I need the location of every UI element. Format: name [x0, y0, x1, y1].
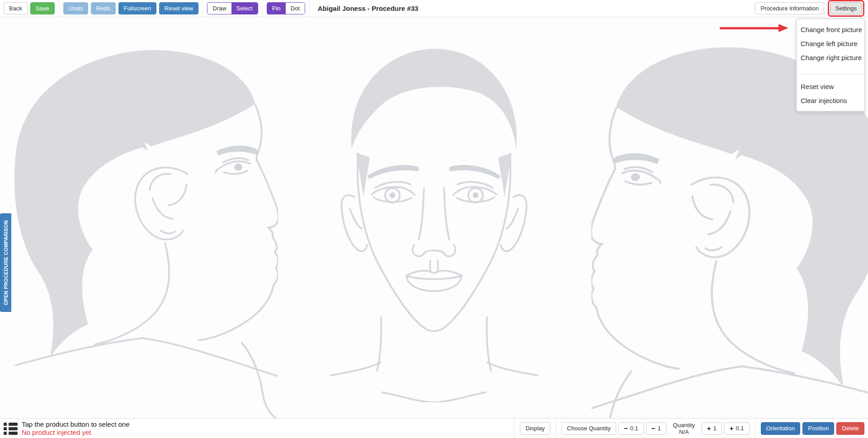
- menu-item-change-front-picture[interactable]: Change front picture: [797, 23, 864, 37]
- philtrum-left: [430, 260, 430, 271]
- chin-jaw-line: [199, 286, 274, 340]
- increase-1-button[interactable]: + 1: [702, 422, 722, 435]
- nose-bridge-left: [419, 188, 424, 240]
- nostril-left: [413, 245, 424, 256]
- menu-item-reset-view[interactable]: Reset view: [797, 80, 864, 94]
- minus-icon: −: [651, 424, 656, 432]
- footer-separator: [556, 419, 556, 438]
- undo-button[interactable]: Undo: [63, 2, 88, 14]
- fullscreen-button[interactable]: Fullscreen: [118, 2, 156, 14]
- menu-item-change-right-picture[interactable]: Change right picture: [797, 51, 864, 65]
- toolbar-separator: [262, 0, 263, 17]
- reset-view-button[interactable]: Reset view: [159, 2, 199, 14]
- front-neck-line: [242, 343, 278, 418]
- pupil-right: [473, 193, 479, 198]
- ear-outline: [135, 168, 188, 240]
- nose-base: [424, 250, 444, 253]
- toolbar-separator: [59, 0, 59, 17]
- face-profile-outline: [255, 105, 278, 227]
- choose-quantity-button[interactable]: Choose Quantity: [561, 422, 616, 435]
- increase-1-label: 1: [713, 425, 717, 432]
- nostril-right: [444, 245, 455, 256]
- ear-right-inner: [506, 209, 518, 229]
- ear-inner-3: [152, 198, 172, 219]
- ear-left-inner: [350, 209, 362, 229]
- product-status: No product injected yet: [22, 429, 130, 437]
- delete-button[interactable]: Delete: [836, 422, 864, 435]
- toolbar-separator: [309, 0, 310, 17]
- collar-line: [382, 392, 486, 402]
- settings-highlight-ring: Settings: [828, 0, 864, 17]
- lip-seam: [406, 276, 462, 279]
- increase-0-1-button[interactable]: + 0.1: [724, 422, 750, 435]
- display-button[interactable]: Display: [520, 422, 550, 435]
- bottom-toolbar: Tap the product button to select one No …: [0, 418, 868, 438]
- orientation-button[interactable]: Orientation: [761, 422, 801, 435]
- plus-icon: +: [730, 424, 734, 432]
- dot-mode-button[interactable]: Dot: [286, 3, 305, 14]
- minus-icon: −: [624, 424, 628, 432]
- draw-mode-button[interactable]: Draw: [208, 3, 231, 14]
- ear-inner-2: [169, 184, 187, 205]
- left-profile-face-art: [7, 41, 278, 418]
- hair-silhouette: [351, 49, 517, 149]
- select-mode-button[interactable]: Select: [231, 3, 258, 14]
- back-neck-line: [95, 243, 169, 344]
- eye-lower-line: [224, 171, 247, 174]
- product-hint: Tap the product button to select one: [22, 420, 130, 429]
- settings-button[interactable]: Settings: [830, 2, 862, 14]
- toolbar-separator: [203, 0, 203, 17]
- procedure-information-button[interactable]: Procedure Information: [755, 2, 824, 14]
- product-list-icon[interactable]: [4, 422, 18, 435]
- red-arrow-annotation-head: [778, 24, 788, 32]
- left-profile-face-diagram[interactable]: [7, 41, 278, 418]
- save-button[interactable]: Save: [30, 2, 55, 14]
- decrease-1-label: 1: [658, 425, 661, 432]
- open-procedure-comparison-tab[interactable]: OPEN PROCEDURE COMPARISON: [0, 213, 11, 312]
- red-arrow-annotation-shaft: [720, 27, 779, 29]
- upper-lip: [406, 271, 462, 276]
- decrease-0-1-label: 0.1: [630, 425, 638, 432]
- eyebrow-left: [367, 165, 419, 179]
- injection-canvas[interactable]: OPEN PROCEDURE COMPARISON: [0, 17, 868, 418]
- ear-lobe-line: [160, 231, 175, 233]
- nostril-line: [268, 227, 273, 236]
- footer-separator: [755, 419, 755, 438]
- redo-button[interactable]: Redo: [91, 2, 116, 14]
- pupil-left: [390, 193, 396, 198]
- draw-select-toggle: Draw Select: [207, 2, 258, 14]
- shoulder-right-line: [487, 363, 538, 376]
- iris: [234, 164, 242, 171]
- lips-profile: [273, 238, 278, 285]
- pin-dot-toggle: Pin Dot: [267, 2, 305, 14]
- menu-item-clear-injections[interactable]: Clear injections: [797, 94, 864, 108]
- face-outline: [358, 154, 510, 331]
- page-title: Abigail Joness - Procedure #33: [318, 5, 419, 12]
- eyebrow-right: [449, 165, 501, 179]
- settings-dropdown-menu: Change front picture Change left picture…: [796, 19, 865, 112]
- philtrum-right: [438, 260, 438, 271]
- increase-0-1-label: 0.1: [736, 425, 744, 432]
- product-hint-text: Tap the product button to select one No …: [22, 420, 130, 437]
- position-button[interactable]: Position: [802, 422, 834, 435]
- product-info-group: Tap the product button to select one No …: [4, 420, 130, 437]
- quantity-label: Quantity: [672, 422, 696, 429]
- injection-procedure-app: Back Save Undo Redo Fullscreen Reset vie…: [0, 0, 868, 438]
- menu-divider: [797, 74, 864, 74]
- eyebrow: [217, 146, 258, 155]
- menu-item-change-left-picture[interactable]: Change left picture: [797, 37, 864, 51]
- quantity-value: N/A: [672, 429, 696, 435]
- pin-mode-button[interactable]: Pin: [267, 3, 286, 14]
- quantity-readout: Quantity N/A: [672, 422, 696, 435]
- nose-bridge-right: [444, 188, 449, 240]
- back-button[interactable]: Back: [4, 2, 28, 14]
- toolbar-right-group: Procedure Information Settings: [755, 0, 864, 17]
- decrease-1-button[interactable]: − 1: [646, 422, 666, 435]
- decrease-0-1-button[interactable]: − 0.1: [618, 422, 644, 435]
- top-toolbar: Back Save Undo Redo Fullscreen Reset vie…: [0, 0, 868, 17]
- front-face-diagram[interactable]: [330, 41, 538, 402]
- footer-separator: [514, 419, 514, 438]
- front-face-art: [330, 41, 538, 402]
- eye-outer-flick: [216, 168, 220, 172]
- shoulder-left-line: [330, 363, 381, 376]
